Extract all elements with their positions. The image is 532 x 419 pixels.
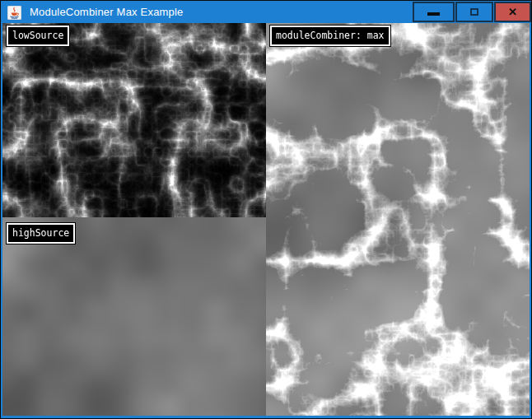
high-source-label: highSource [7, 223, 75, 244]
low-source-label: lowSource [7, 26, 69, 46]
low-source-noise-image [2, 23, 266, 217]
panel-module-combiner: moduleCombiner: max [266, 23, 530, 416]
minimize-button[interactable] [413, 2, 455, 22]
java-app-icon [7, 6, 21, 20]
close-icon: ✕ [508, 7, 517, 17]
panel-high-source: highSource [2, 217, 266, 416]
close-button[interactable]: ✕ [494, 2, 531, 22]
minimize-icon [427, 12, 440, 16]
titlebar[interactable]: ModuleCombiner Max Example ✕ [1, 1, 531, 23]
content-area: lowSource moduleCombiner: max highSource [2, 23, 530, 416]
maximize-button[interactable] [455, 2, 493, 22]
app-window: ModuleCombiner Max Example ✕ lowSource m… [0, 0, 532, 419]
maximize-icon [470, 8, 478, 16]
panel-low-source: lowSource [2, 23, 266, 217]
module-combiner-label: moduleCombiner: max [270, 26, 390, 46]
module-combiner-noise-image [266, 23, 530, 416]
window-title: ModuleCombiner Max Example [30, 6, 184, 18]
window-controls: ✕ [413, 2, 531, 23]
high-source-noise-image [2, 217, 266, 416]
